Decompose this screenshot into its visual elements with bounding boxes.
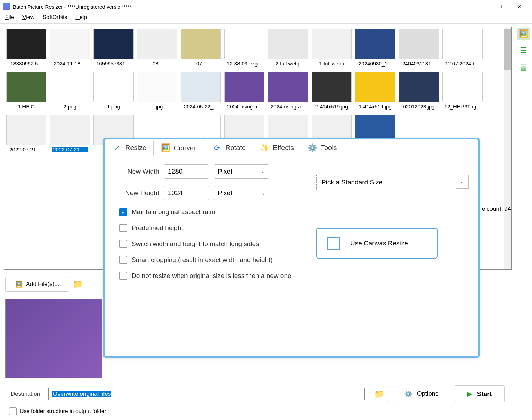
switch-wh-checkbox[interactable] <box>119 240 127 248</box>
thumbnail-item[interactable]: 2-full.webp <box>267 29 309 70</box>
thumbnail-item[interactable]: +.jpg <box>136 72 178 113</box>
canvas-resize-label: Use Canvas Resize <box>350 239 408 247</box>
folder-structure-checkbox[interactable] <box>9 407 17 415</box>
thumbnail-image <box>50 72 90 102</box>
destination-label: Destination <box>11 391 40 397</box>
minimize-button[interactable]: — <box>471 0 490 13</box>
thumbnail-item[interactable]: 1.png <box>93 72 134 113</box>
thumbnail-item[interactable]: 1.HEIC <box>6 72 47 113</box>
maximize-button[interactable]: ☐ <box>490 0 510 13</box>
tab-effects[interactable]: ✨ Effects <box>253 140 301 156</box>
thumbnail-image <box>181 29 221 59</box>
rotate-icon: ⟳ <box>212 143 222 153</box>
no-resize-smaller-checkbox[interactable] <box>119 272 127 280</box>
thumbnail-item[interactable]: 2024-11-18 ... <box>49 29 91 70</box>
add-files-label: Add File(s)... <box>26 281 59 288</box>
browse-folder-button[interactable]: 📁 <box>370 386 389 402</box>
canvas-resize-button[interactable]: Use Canvas Resize <box>316 228 438 259</box>
thumbnail-item[interactable]: 2024-rising-a... <box>224 72 265 113</box>
scroll-thumb[interactable] <box>504 29 511 70</box>
destination-value: Overwrite original files <box>52 391 111 397</box>
thumbnail-item[interactable]: 1-full.webp <box>311 29 352 70</box>
thumbnail-item[interactable]: 20240930_1... <box>354 29 396 70</box>
thumbnail-image <box>181 72 221 102</box>
close-button[interactable]: ✕ <box>510 0 529 13</box>
thumbnail-image <box>355 29 395 59</box>
titlebar: Batch Picture Resizer - ****Unregistered… <box>0 0 532 13</box>
tab-convert[interactable]: 🖼️ Convert <box>153 140 205 156</box>
new-width-input[interactable] <box>164 164 209 179</box>
thumbnail-label: 20240930_1... <box>359 61 392 67</box>
chevron-down-icon: ⌄ <box>261 190 265 196</box>
thumbnail-label: 02012023.jpg <box>403 104 435 110</box>
predefined-height-checkbox[interactable] <box>119 224 127 232</box>
new-width-label: New Width <box>114 168 159 175</box>
thumbnail-item[interactable]: 1659957381 ... <box>93 29 134 70</box>
new-height-input[interactable] <box>164 186 209 200</box>
thumbnail-image <box>137 29 177 59</box>
thumbnail-item[interactable]: 12-38-09-ezg... <box>224 29 265 70</box>
standard-size-dropdown-button[interactable]: ⌄ <box>456 175 469 189</box>
tab-rotate-label: Rotate <box>225 144 246 152</box>
maintain-ratio-row[interactable]: ✓ Maintain original aspect ratio <box>119 208 303 216</box>
menu-softorbits[interactable]: SoftOrbits <box>43 14 67 20</box>
view-large-icons[interactable]: 🖼️ <box>517 28 530 40</box>
thumbnail-label: 2.png <box>63 104 76 110</box>
smart-crop-row[interactable]: Smart cropping (result in exact width an… <box>119 256 303 264</box>
thumbnail-item[interactable]: 2.png <box>49 72 91 113</box>
smart-crop-checkbox[interactable] <box>119 256 127 264</box>
thumbnail-label: 07 - <box>196 61 205 67</box>
menu-view[interactable]: View <box>22 14 34 20</box>
start-button[interactable]: ▶ Start <box>454 385 505 402</box>
destination-input[interactable]: Overwrite original files <box>48 388 365 400</box>
thumbnail-image <box>442 29 483 59</box>
predefined-height-row[interactable]: Predefined height <box>119 224 303 232</box>
standard-size-select[interactable]: Pick a Standard Size <box>316 175 456 190</box>
no-resize-smaller-row[interactable]: Do not resize when original size is less… <box>119 272 303 280</box>
thumbnail-label: 2024-05-22_... <box>184 104 218 110</box>
thumbnail-item[interactable]: 18330992 5... <box>6 29 47 70</box>
height-unit-select[interactable]: Pixel ⌄ <box>214 186 269 200</box>
thumbnail-item[interactable]: 2022-07-21_... <box>6 115 47 156</box>
thumbnail-label: 1.HEIC <box>18 104 35 110</box>
tab-tools-label: Tools <box>321 144 337 152</box>
maintain-ratio-checkbox[interactable]: ✓ <box>119 208 127 216</box>
add-files-button[interactable]: 🖼️ Add File(s)... <box>5 277 69 292</box>
thumbnail-image <box>399 29 439 59</box>
add-folder-button[interactable]: 📁 <box>73 276 83 292</box>
switch-wh-row[interactable]: Switch width and height to match long si… <box>119 240 303 248</box>
tab-rotate[interactable]: ⟳ Rotate <box>205 140 253 156</box>
view-details[interactable]: ▦ <box>517 61 530 73</box>
thumbnail-image <box>268 72 308 102</box>
options-button[interactable]: ⚙️ Options <box>394 386 449 402</box>
thumbnail-item[interactable]: 12_HHR3Tpg... <box>442 72 483 113</box>
settings-panel: ⤢ Resize 🖼️ Convert ⟳ Rotate ✨ Effects ⚙… <box>103 138 480 358</box>
folder-structure-checkbox-row[interactable]: Use folder structure in output folder <box>0 406 515 420</box>
thumbnail-item[interactable]: 2022-07-21_... <box>49 115 91 156</box>
thumbnail-label: 2024-rising-a... <box>271 104 305 110</box>
thumbnail-item[interactable]: 2024-05-22_... <box>180 72 222 113</box>
menu-help[interactable]: Help <box>75 14 87 20</box>
thumbnail-image <box>6 115 46 145</box>
view-list[interactable]: ☰ <box>517 44 530 57</box>
scrollbar[interactable] <box>504 28 511 269</box>
tab-convert-label: Convert <box>174 144 198 152</box>
thumbnail-item[interactable]: 12.07.2024.b... <box>442 29 483 70</box>
thumbnail-item[interactable]: 02012023.jpg <box>398 72 440 113</box>
thumbnail-item[interactable]: 2-414x519.jpg <box>311 72 352 113</box>
thumbnail-item[interactable]: 2024-rising-a... <box>267 72 309 113</box>
thumbnail-item[interactable]: 07 - <box>180 29 222 70</box>
tab-effects-label: Effects <box>273 144 294 152</box>
thumbnail-item[interactable]: 1-414x519.jpg <box>354 72 396 113</box>
maintain-ratio-label: Maintain original aspect ratio <box>132 208 215 216</box>
thumbnail-label: 1-full.webp <box>319 61 344 67</box>
app-icon <box>3 3 10 10</box>
tab-resize[interactable]: ⤢ Resize <box>105 140 153 156</box>
width-unit-select[interactable]: Pixel ⌄ <box>214 164 269 179</box>
tab-tools[interactable]: ⚙️ Tools <box>301 140 344 156</box>
thumbnail-item[interactable]: 08 - <box>136 29 178 70</box>
thumbnail-image <box>312 29 352 59</box>
thumbnail-item[interactable]: 2404031131... <box>398 29 440 70</box>
thumbnail-image <box>399 72 439 102</box>
menu-file[interactable]: File <box>5 14 14 20</box>
